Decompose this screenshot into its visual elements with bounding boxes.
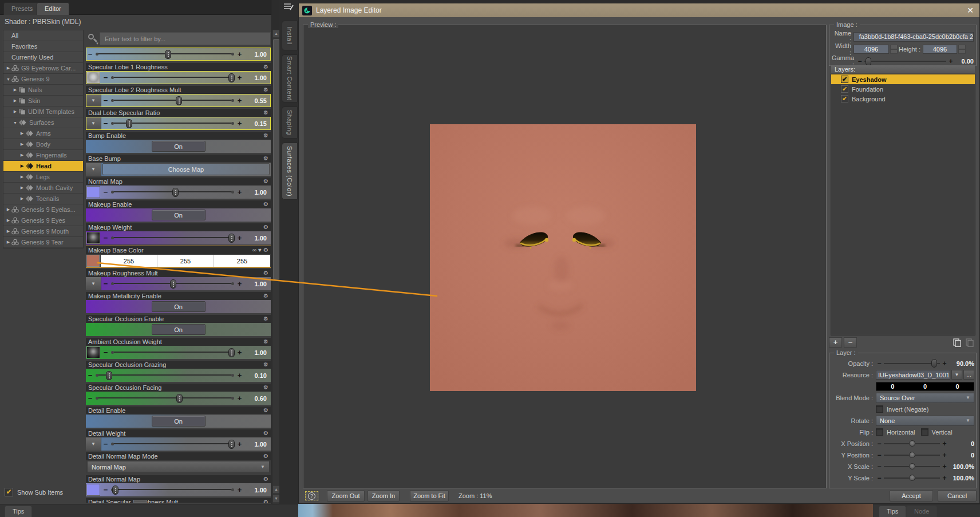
gear-icon[interactable]: ⚙ [263,224,268,231]
slider-plus[interactable]: + [235,96,244,105]
param-dropdown-icon[interactable]: ▼ [86,117,101,130]
close-icon[interactable]: ✕ [965,6,976,15]
chevron-right-icon[interactable]: ▶ [19,164,25,168]
slider-handle[interactable] [228,348,235,357]
slider-plus[interactable]: + [941,451,948,459]
flip-vertical-checkbox[interactable] [921,428,928,436]
slider-handle[interactable] [909,440,915,447]
layer-visibility-checkbox[interactable]: ✔ [841,76,848,83]
tab-editor[interactable]: Editor [37,2,69,15]
layered-texture-preview[interactable] [430,124,696,391]
dock-tab-surfaces-color[interactable]: Surfaces (Color) [282,143,298,200]
slider-handle[interactable] [909,452,915,458]
slider-minus[interactable]: − [101,119,110,128]
sidebar-item-currently-used[interactable]: Currently Used [3,52,83,63]
layer-slider[interactable] [883,451,941,459]
slider-plus[interactable]: + [235,371,244,380]
layer-slider[interactable] [883,473,941,482]
sidebar-item-genesis-9-tear[interactable]: ▶Genesis 9 Tear [3,237,83,248]
sidebar-item-favorites[interactable]: Favorites [3,41,83,52]
chevron-right-icon[interactable]: ▶ [12,98,18,103]
tab-presets[interactable]: Presets [3,2,41,15]
param-dropdown-icon[interactable]: ▼ [86,163,101,176]
gear-icon[interactable]: ⚙ [263,338,268,345]
invert-checkbox[interactable] [876,405,883,413]
gear-icon[interactable]: ⚙ [263,476,268,483]
slider-minus[interactable]: − [101,486,110,494]
width-stepper[interactable] [890,45,898,54]
slider-minus[interactable]: − [876,474,883,482]
copy-layer-icon[interactable] [951,337,963,348]
chevron-right-icon[interactable]: ▶ [5,207,11,212]
image-name-field[interactable]: fa3bb0d-1b8f-f463-cba0-25dc0b2b0cfa 2 [853,32,974,42]
zoom-in-button[interactable]: Zoom In [368,490,400,502]
opacity-slider[interactable] [883,359,941,368]
normal-map-swatch[interactable] [86,186,100,198]
dock-tab-install[interactable]: Install [282,21,298,50]
add-layer-button[interactable]: + [829,337,842,348]
scrollbar-thumb[interactable] [273,39,279,279]
color-swatch[interactable] [86,255,100,267]
gear-icon[interactable]: ⚙ [263,499,268,503]
sidebar-item-toenails[interactable]: ▶Toenails [3,194,83,204]
cancel-button[interactable]: Cancel [938,490,977,502]
gear-icon[interactable]: ⚙ [263,109,268,116]
chevron-right-icon[interactable]: ▶ [5,229,11,234]
gear-icon[interactable]: ⚙ [263,293,268,299]
bottom-tab-tips-left[interactable]: Tips [5,506,32,517]
gear-icon[interactable]: ⚙ [263,132,268,139]
height-stepper[interactable] [958,45,966,54]
slider-minus[interactable]: − [101,234,110,242]
slider-plus[interactable]: + [235,188,244,196]
chevron-down-icon[interactable]: ▼ [5,77,11,81]
sidebar-item-mouth-cavity[interactable]: ▶Mouth Cavity [3,183,83,194]
zoom-out-button[interactable]: Zoom Out [327,490,365,502]
image-width-field[interactable]: 4096 [853,45,889,54]
slider-handle[interactable] [909,475,915,481]
chevron-right-icon[interactable]: ▶ [19,153,25,157]
chevron-right-icon[interactable]: ▶ [19,175,25,179]
sidebar-item-genesis-9-eyelas[interactable]: ▶Genesis 9 Eyelas... [3,204,83,215]
layer-row-eyeshadow[interactable]: ✔Eyeshadow [831,74,975,84]
slider-handle[interactable] [228,234,235,243]
color-channel-field[interactable]: 255 [214,255,270,267]
slider-minus[interactable]: − [86,50,94,58]
bottom-tab-tips[interactable]: Tips [879,506,906,517]
param-dropdown-icon[interactable]: ▼ [86,277,101,290]
panel-menu-icon[interactable] [283,2,294,13]
param-slider[interactable] [94,369,235,382]
toggle-on-button[interactable]: On [152,416,206,427]
help-button[interactable]: ? [304,490,319,502]
param-slider[interactable] [110,186,235,199]
slider-handle[interactable] [106,371,112,380]
chevron-right-icon[interactable]: ▶ [12,109,18,114]
resource-field[interactable]: IUEyeshadow03_D_1001.png [876,370,950,380]
slider-handle[interactable] [176,96,182,105]
gear-icon[interactable]: ⚙ [263,270,268,277]
sidebar-item-body[interactable]: ▶Body [3,139,83,150]
params-scrollbar[interactable]: ▲ ▲ ▼ [272,30,279,504]
slider-handle[interactable] [112,486,118,495]
heart-icon[interactable]: ♥ [258,247,262,254]
splitter-handle[interactable] [133,500,147,503]
slider-minus[interactable]: − [101,348,110,357]
rotate-select[interactable]: None▼ [876,416,974,426]
gear-icon[interactable]: ⚙ [263,247,268,254]
sidebar-item-skin[interactable]: ▶Skin [3,96,83,106]
resource-browse-button[interactable]: ... [963,370,974,380]
normal-map-swatch[interactable] [86,484,100,496]
toggle-on-button[interactable]: On [152,210,206,220]
sidebar-item-head[interactable]: ▶Head [3,161,83,172]
gear-icon[interactable]: ⚙ [263,64,268,70]
gear-icon[interactable]: ⚙ [263,201,268,208]
param-slider[interactable] [110,277,235,290]
slider-minus[interactable]: − [101,96,110,105]
param-slider[interactable] [110,71,235,84]
chevron-right-icon[interactable]: ▶ [5,240,11,244]
slider-handle[interactable] [172,188,179,197]
gear-icon[interactable]: ⚙ [263,155,268,162]
image-height-field[interactable]: 4096 [923,45,957,54]
slider-plus[interactable]: + [941,474,948,482]
zoom-to-fit-button[interactable]: Zoom to Fit [410,490,449,502]
slider-handle[interactable] [228,440,235,449]
